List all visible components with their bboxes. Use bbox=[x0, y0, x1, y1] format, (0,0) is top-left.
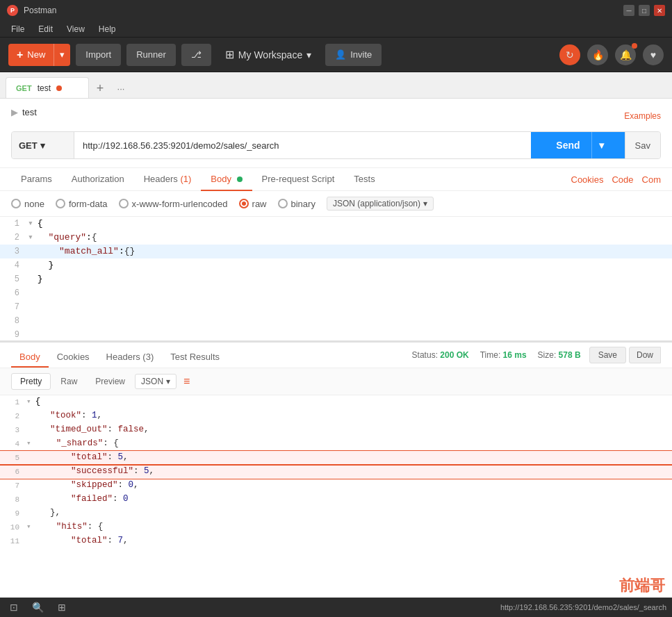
notification-badge bbox=[632, 43, 637, 49]
resp-line-2: 2 "took": 1, bbox=[0, 409, 672, 423]
menu-help[interactable]: Help bbox=[93, 23, 122, 35]
response-save-button[interactable]: Save bbox=[589, 347, 626, 363]
new-button-main[interactable]: + New bbox=[8, 49, 54, 61]
time-value: 16 ms bbox=[503, 350, 527, 360]
response-format-selector[interactable]: JSON ▾ bbox=[135, 374, 177, 389]
heart-icon: ♥ bbox=[650, 49, 656, 60]
menu-edit[interactable]: Edit bbox=[33, 23, 58, 35]
maximize-button[interactable]: □ bbox=[639, 5, 650, 16]
tab-pre-request[interactable]: Pre-request Script bbox=[252, 168, 345, 191]
radio-raw[interactable]: raw bbox=[239, 199, 267, 209]
response-download-button[interactable]: Dow bbox=[629, 347, 661, 363]
fork-button[interactable]: ⎇ bbox=[181, 44, 211, 66]
response-header: Body Cookies Headers (3) Test Results St… bbox=[0, 343, 672, 368]
sub-tabs: Params Authorization Headers (1) Body Pr… bbox=[0, 168, 672, 191]
fold-5-spacer: ▾ bbox=[28, 272, 33, 286]
tab-modified-dot bbox=[56, 85, 62, 91]
examples-link[interactable]: Examples bbox=[624, 111, 661, 121]
search-icon[interactable]: 🔍 bbox=[28, 600, 48, 614]
method-selector[interactable]: GET ▾ bbox=[12, 132, 74, 158]
resp-fold-10[interactable]: ▾ bbox=[26, 520, 31, 534]
format-selector[interactable]: JSON (application/json) ▾ bbox=[327, 197, 434, 211]
sync-button[interactable]: ↻ bbox=[559, 44, 580, 65]
menu-view[interactable]: View bbox=[61, 23, 90, 35]
url-input[interactable] bbox=[74, 132, 531, 158]
com-link[interactable]: Com bbox=[642, 169, 661, 190]
raw-button[interactable]: Raw bbox=[52, 374, 85, 389]
tab-authorization[interactable]: Authorization bbox=[62, 168, 134, 191]
add-tab-button[interactable]: + bbox=[90, 79, 110, 98]
radio-form-data[interactable]: form-data bbox=[56, 199, 108, 209]
send-button[interactable]: Send ▾ bbox=[531, 131, 624, 159]
minimize-button[interactable]: ─ bbox=[623, 5, 634, 16]
new-dropdown-arrow[interactable]: ▾ bbox=[54, 44, 70, 66]
window-controls[interactable]: ─ □ ✕ bbox=[623, 5, 665, 16]
line-num-7: 7 bbox=[0, 300, 28, 314]
resp-fold-1[interactable]: ▾ bbox=[26, 395, 31, 409]
wrap-button[interactable]: ≡ bbox=[178, 372, 195, 390]
size-label: Size: 578 B bbox=[538, 350, 581, 360]
request-area: ▶ test Examples GET ▾ Send ▾ Sav bbox=[0, 99, 672, 168]
code-line-3: 3 ▾ "match_all":{} bbox=[0, 245, 672, 258]
resp-linenum-10: 10 bbox=[0, 520, 26, 534]
tab-tests[interactable]: Tests bbox=[344, 168, 384, 191]
tabs-bar: GET test + ··· bbox=[0, 72, 672, 99]
response-body[interactable]: 1 ▾ { 2 "took": 1, 3 "timed_out": false,… bbox=[0, 395, 672, 578]
resp-linenum-7: 7 bbox=[0, 479, 26, 493]
resp-fold-4[interactable]: ▾ bbox=[26, 437, 31, 450]
response-tab-headers[interactable]: Headers (3) bbox=[98, 347, 163, 368]
line-num-1: 1 bbox=[0, 217, 28, 231]
tab-headers[interactable]: Headers (1) bbox=[134, 168, 202, 191]
resp-linenum-2: 2 bbox=[0, 409, 26, 423]
workspace-selector[interactable]: ⊞ My Workspace ▾ bbox=[217, 45, 320, 64]
save-button[interactable]: Sav bbox=[625, 132, 660, 158]
menu-file[interactable]: File bbox=[6, 23, 30, 35]
radio-none[interactable]: none bbox=[11, 199, 44, 209]
workspace-chevron-icon: ▾ bbox=[306, 49, 311, 60]
import-button[interactable]: Import bbox=[76, 44, 121, 66]
radio-urlencoded[interactable]: x-www-form-urlencoded bbox=[119, 199, 228, 209]
code-line-4: 4 ▾ } bbox=[0, 258, 672, 272]
close-button[interactable]: ✕ bbox=[654, 5, 665, 16]
preview-button[interactable]: Preview bbox=[87, 374, 133, 389]
cookies-link[interactable]: Cookies bbox=[571, 169, 604, 190]
runner-button[interactable]: Runner bbox=[126, 44, 176, 66]
tab-params[interactable]: Params bbox=[11, 168, 62, 191]
resp-line-1: 1 ▾ { bbox=[0, 395, 672, 409]
resp-line-10: 10 ▾ "hits": { bbox=[0, 520, 672, 534]
fire-icon-button[interactable]: 🔥 bbox=[587, 44, 608, 65]
send-button-main[interactable]: Send bbox=[545, 131, 591, 159]
code-line-6: 6 bbox=[0, 286, 672, 300]
tab-body[interactable]: Body bbox=[201, 168, 252, 191]
fold-1[interactable]: ▾ bbox=[28, 217, 33, 231]
more-tabs-button[interactable]: ··· bbox=[111, 79, 131, 98]
pretty-button[interactable]: Pretty bbox=[11, 373, 51, 390]
notification-button[interactable]: 🔔 bbox=[615, 44, 636, 65]
response-tab-test-results[interactable]: Test Results bbox=[162, 347, 228, 368]
line-num-2: 2 bbox=[0, 231, 28, 245]
send-label: Send bbox=[556, 140, 580, 151]
line-content-3: "match_all":{} bbox=[35, 245, 672, 258]
resp-line-4: 4 ▾ "_shards": { bbox=[0, 437, 672, 451]
resp-content-3: "timed_out": false, bbox=[26, 423, 672, 436]
heart-button[interactable]: ♥ bbox=[643, 44, 664, 65]
code-link[interactable]: Code bbox=[612, 169, 633, 190]
fold-2[interactable]: ▾ bbox=[28, 231, 33, 245]
new-button[interactable]: + New ▾ bbox=[8, 44, 70, 66]
response-tab-cookies[interactable]: Cookies bbox=[49, 347, 98, 368]
body-options: none form-data x-www-form-urlencoded raw… bbox=[0, 191, 672, 217]
response-tab-body[interactable]: Body bbox=[11, 347, 49, 368]
code-editor[interactable]: 1 ▾ { 2 ▾ "query":{ 3 ▾ "match_all":{} 4… bbox=[0, 217, 672, 342]
response-format-label: JSON bbox=[141, 377, 163, 386]
invite-button[interactable]: 👤 Invite bbox=[325, 44, 382, 66]
radio-binary[interactable]: binary bbox=[278, 199, 315, 209]
send-dropdown[interactable]: ▾ bbox=[591, 131, 611, 159]
format-label: JSON (application/json) bbox=[333, 199, 420, 208]
tab-test[interactable]: GET test bbox=[6, 77, 89, 98]
resp-linenum-11: 11 bbox=[0, 534, 26, 548]
line-content-4: } bbox=[35, 258, 672, 272]
layout-icon[interactable]: ⊡ bbox=[6, 600, 22, 614]
terminal-icon[interactable]: ⊞ bbox=[54, 600, 70, 614]
resp-line-5: 5 "total": 5, bbox=[0, 451, 672, 465]
radio-raw-circle bbox=[239, 199, 249, 208]
